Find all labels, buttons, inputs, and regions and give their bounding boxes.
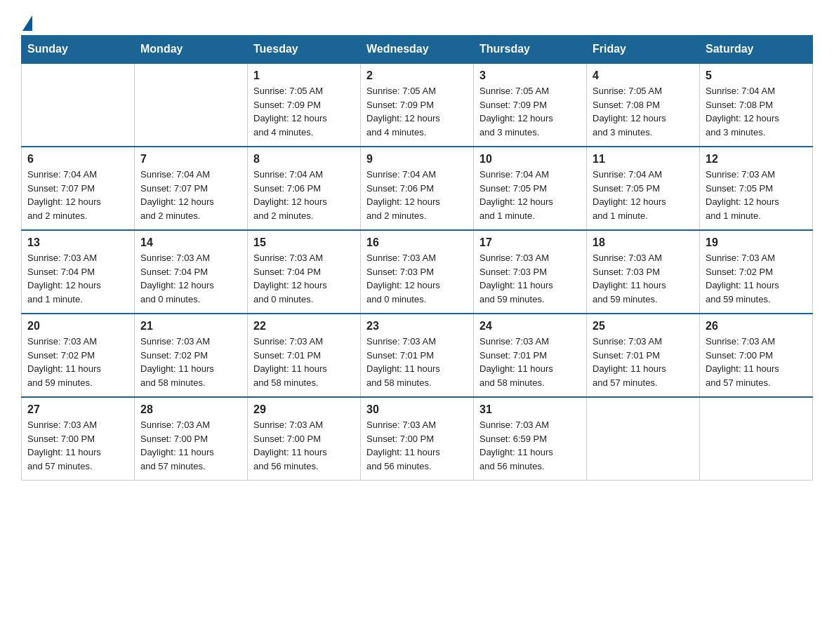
day-number: 9 <box>366 153 468 166</box>
day-number: 25 <box>593 320 694 333</box>
calendar-header-row: SundayMondayTuesdayWednesdayThursdayFrid… <box>22 36 813 64</box>
day-info: Sunrise: 7:03 AMSunset: 7:01 PMDaylight:… <box>366 335 468 389</box>
calendar-week-row: 20Sunrise: 7:03 AMSunset: 7:02 PMDayligh… <box>22 314 813 397</box>
day-header-friday: Friday <box>587 36 700 64</box>
day-info: Sunrise: 7:03 AMSunset: 7:03 PMDaylight:… <box>479 251 581 306</box>
day-number: 16 <box>366 236 468 249</box>
calendar-cell: 5Sunrise: 7:04 AMSunset: 7:08 PMDaylight… <box>700 63 813 147</box>
calendar-cell: 1Sunrise: 7:05 AMSunset: 7:09 PMDaylight… <box>248 63 361 147</box>
calendar-cell: 9Sunrise: 7:04 AMSunset: 7:06 PMDaylight… <box>361 147 474 230</box>
day-header-tuesday: Tuesday <box>248 36 361 64</box>
day-number: 8 <box>253 153 355 166</box>
day-number: 2 <box>366 69 468 82</box>
calendar-cell: 27Sunrise: 7:03 AMSunset: 7:00 PMDayligh… <box>22 397 135 481</box>
day-info: Sunrise: 7:03 AMSunset: 7:01 PMDaylight:… <box>593 335 694 389</box>
day-info: Sunrise: 7:04 AMSunset: 7:05 PMDaylight:… <box>479 168 581 222</box>
day-number: 5 <box>706 69 807 82</box>
calendar-cell: 25Sunrise: 7:03 AMSunset: 7:01 PMDayligh… <box>587 314 700 397</box>
calendar-cell: 11Sunrise: 7:04 AMSunset: 7:05 PMDayligh… <box>587 147 700 230</box>
calendar-cell: 19Sunrise: 7:03 AMSunset: 7:02 PMDayligh… <box>700 230 813 314</box>
calendar-cell <box>22 63 135 147</box>
day-info: Sunrise: 7:05 AMSunset: 7:08 PMDaylight:… <box>593 84 694 139</box>
calendar-cell <box>135 63 248 147</box>
day-info: Sunrise: 7:03 AMSunset: 7:04 PMDaylight:… <box>140 251 241 306</box>
day-number: 24 <box>479 320 581 333</box>
calendar-cell: 31Sunrise: 7:03 AMSunset: 6:59 PMDayligh… <box>474 397 587 481</box>
day-info: Sunrise: 7:04 AMSunset: 7:08 PMDaylight:… <box>706 84 807 139</box>
day-number: 28 <box>140 403 241 416</box>
day-number: 31 <box>479 403 581 416</box>
day-number: 3 <box>479 69 581 82</box>
day-number: 10 <box>479 153 581 166</box>
day-number: 23 <box>366 320 468 333</box>
calendar-cell: 15Sunrise: 7:03 AMSunset: 7:04 PMDayligh… <box>248 230 361 314</box>
day-info: Sunrise: 7:03 AMSunset: 7:04 PMDaylight:… <box>27 251 128 306</box>
day-info: Sunrise: 7:03 AMSunset: 7:01 PMDaylight:… <box>253 335 355 389</box>
day-info: Sunrise: 7:03 AMSunset: 7:00 PMDaylight:… <box>253 418 355 473</box>
day-number: 11 <box>593 153 694 166</box>
calendar-cell: 18Sunrise: 7:03 AMSunset: 7:03 PMDayligh… <box>587 230 700 314</box>
day-info: Sunrise: 7:04 AMSunset: 7:07 PMDaylight:… <box>140 168 241 222</box>
calendar-cell: 4Sunrise: 7:05 AMSunset: 7:08 PMDaylight… <box>587 63 700 147</box>
day-number: 26 <box>706 320 807 333</box>
day-number: 30 <box>366 403 468 416</box>
calendar-week-row: 13Sunrise: 7:03 AMSunset: 7:04 PMDayligh… <box>22 230 813 314</box>
calendar-cell: 29Sunrise: 7:03 AMSunset: 7:00 PMDayligh… <box>248 397 361 481</box>
day-info: Sunrise: 7:04 AMSunset: 7:07 PMDaylight:… <box>27 168 128 222</box>
day-header-monday: Monday <box>135 36 248 64</box>
day-header-sunday: Sunday <box>22 36 135 64</box>
day-header-saturday: Saturday <box>700 36 813 64</box>
day-info: Sunrise: 7:03 AMSunset: 7:02 PMDaylight:… <box>706 251 807 306</box>
calendar-cell: 26Sunrise: 7:03 AMSunset: 7:00 PMDayligh… <box>700 314 813 397</box>
calendar-cell: 28Sunrise: 7:03 AMSunset: 7:00 PMDayligh… <box>135 397 248 481</box>
day-info: Sunrise: 7:05 AMSunset: 7:09 PMDaylight:… <box>253 84 355 139</box>
day-header-wednesday: Wednesday <box>361 36 474 64</box>
day-info: Sunrise: 7:03 AMSunset: 7:02 PMDaylight:… <box>140 335 241 389</box>
day-number: 13 <box>27 236 128 249</box>
calendar-cell: 24Sunrise: 7:03 AMSunset: 7:01 PMDayligh… <box>474 314 587 397</box>
day-info: Sunrise: 7:04 AMSunset: 7:05 PMDaylight:… <box>593 168 694 222</box>
day-info: Sunrise: 7:05 AMSunset: 7:09 PMDaylight:… <box>479 84 581 139</box>
day-header-thursday: Thursday <box>474 36 587 64</box>
calendar-cell: 2Sunrise: 7:05 AMSunset: 7:09 PMDaylight… <box>361 63 474 147</box>
calendar-week-row: 1Sunrise: 7:05 AMSunset: 7:09 PMDaylight… <box>22 63 813 147</box>
logo-triangle-icon <box>22 15 32 31</box>
day-info: Sunrise: 7:03 AMSunset: 7:04 PMDaylight:… <box>253 251 355 306</box>
day-number: 6 <box>27 153 128 166</box>
day-number: 4 <box>593 69 694 82</box>
calendar-cell: 10Sunrise: 7:04 AMSunset: 7:05 PMDayligh… <box>474 147 587 230</box>
day-info: Sunrise: 7:03 AMSunset: 7:03 PMDaylight:… <box>593 251 694 306</box>
day-info: Sunrise: 7:03 AMSunset: 7:01 PMDaylight:… <box>479 335 581 389</box>
day-number: 15 <box>253 236 355 249</box>
day-info: Sunrise: 7:03 AMSunset: 7:02 PMDaylight:… <box>27 335 128 389</box>
day-number: 7 <box>140 153 241 166</box>
calendar-cell: 23Sunrise: 7:03 AMSunset: 7:01 PMDayligh… <box>361 314 474 397</box>
calendar-cell: 16Sunrise: 7:03 AMSunset: 7:03 PMDayligh… <box>361 230 474 314</box>
logo <box>21 14 32 27</box>
calendar-cell: 7Sunrise: 7:04 AMSunset: 7:07 PMDaylight… <box>135 147 248 230</box>
day-number: 19 <box>706 236 807 249</box>
calendar-cell <box>700 397 813 481</box>
page-header <box>21 14 813 27</box>
day-info: Sunrise: 7:03 AMSunset: 7:00 PMDaylight:… <box>366 418 468 473</box>
day-info: Sunrise: 7:03 AMSunset: 7:03 PMDaylight:… <box>366 251 468 306</box>
day-number: 27 <box>27 403 128 416</box>
calendar-cell: 17Sunrise: 7:03 AMSunset: 7:03 PMDayligh… <box>474 230 587 314</box>
calendar-cell: 3Sunrise: 7:05 AMSunset: 7:09 PMDaylight… <box>474 63 587 147</box>
calendar-table: SundayMondayTuesdayWednesdayThursdayFrid… <box>21 35 813 481</box>
day-info: Sunrise: 7:03 AMSunset: 7:00 PMDaylight:… <box>27 418 128 473</box>
calendar-week-row: 27Sunrise: 7:03 AMSunset: 7:00 PMDayligh… <box>22 397 813 481</box>
day-number: 14 <box>140 236 241 249</box>
day-number: 18 <box>593 236 694 249</box>
day-info: Sunrise: 7:03 AMSunset: 6:59 PMDaylight:… <box>479 418 581 473</box>
day-number: 29 <box>253 403 355 416</box>
calendar-cell: 12Sunrise: 7:03 AMSunset: 7:05 PMDayligh… <box>700 147 813 230</box>
day-info: Sunrise: 7:05 AMSunset: 7:09 PMDaylight:… <box>366 84 468 139</box>
day-info: Sunrise: 7:04 AMSunset: 7:06 PMDaylight:… <box>253 168 355 222</box>
day-number: 20 <box>27 320 128 333</box>
day-number: 22 <box>253 320 355 333</box>
calendar-cell: 20Sunrise: 7:03 AMSunset: 7:02 PMDayligh… <box>22 314 135 397</box>
day-number: 17 <box>479 236 581 249</box>
day-number: 21 <box>140 320 241 333</box>
calendar-cell: 21Sunrise: 7:03 AMSunset: 7:02 PMDayligh… <box>135 314 248 397</box>
